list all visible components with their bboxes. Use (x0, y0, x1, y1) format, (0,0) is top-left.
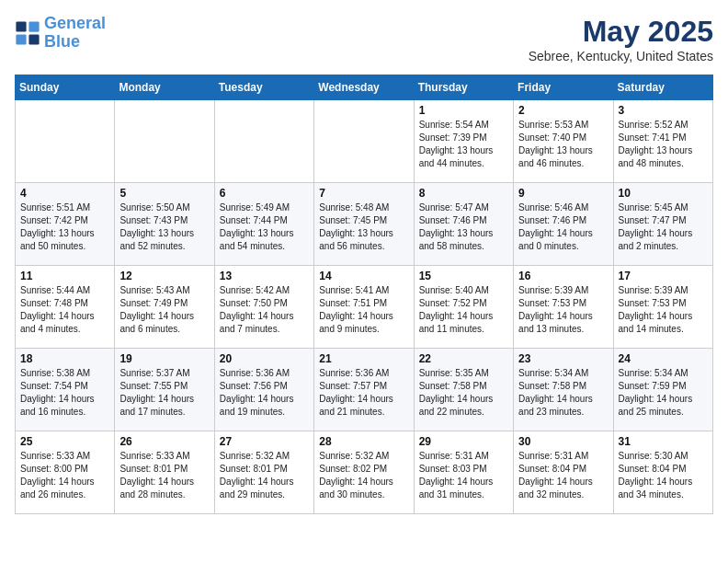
day-number: 26 (119, 435, 209, 448)
calendar-cell: 8Sunrise: 5:47 AM Sunset: 7:46 PM Daylig… (414, 183, 513, 266)
day-number: 19 (119, 352, 209, 365)
day-number: 25 (20, 435, 109, 448)
calendar-cell: 1Sunrise: 5:54 AM Sunset: 7:39 PM Daylig… (414, 100, 513, 183)
day-info: Sunrise: 5:34 AM Sunset: 7:58 PM Dayligh… (518, 367, 608, 419)
month-title: May 2025 (529, 15, 713, 49)
day-number: 18 (20, 352, 109, 365)
calendar-cell: 6Sunrise: 5:49 AM Sunset: 7:44 PM Daylig… (214, 183, 313, 266)
day-number: 20 (220, 352, 309, 365)
day-info: Sunrise: 5:45 AM Sunset: 7:47 PM Dayligh… (619, 201, 708, 253)
day-number: 15 (419, 270, 508, 282)
calendar-week-row: 1Sunrise: 5:54 AM Sunset: 7:39 PM Daylig… (16, 100, 713, 183)
calendar-cell: 12Sunrise: 5:43 AM Sunset: 7:49 PM Dayli… (115, 266, 214, 349)
day-info: Sunrise: 5:42 AM Sunset: 7:50 PM Dayligh… (220, 284, 309, 336)
day-number: 23 (518, 352, 608, 365)
day-info: Sunrise: 5:39 AM Sunset: 7:53 PM Dayligh… (619, 284, 708, 336)
calendar-header-row: SundayMondayTuesdayWednesdayThursdayFrid… (16, 75, 713, 100)
calendar-week-row: 11Sunrise: 5:44 AM Sunset: 7:48 PM Dayli… (16, 266, 713, 349)
day-info: Sunrise: 5:31 AM Sunset: 8:03 PM Dayligh… (419, 450, 508, 501)
day-number: 14 (319, 270, 408, 282)
calendar: SundayMondayTuesdayWednesdayThursdayFrid… (15, 75, 713, 514)
calendar-week-row: 18Sunrise: 5:38 AM Sunset: 7:54 PM Dayli… (16, 349, 713, 431)
day-info: Sunrise: 5:39 AM Sunset: 7:53 PM Dayligh… (518, 284, 608, 336)
day-number: 11 (20, 270, 109, 282)
day-info: Sunrise: 5:36 AM Sunset: 7:56 PM Dayligh… (220, 367, 309, 419)
day-info: Sunrise: 5:41 AM Sunset: 7:51 PM Dayligh… (319, 284, 408, 336)
calendar-cell: 30Sunrise: 5:31 AM Sunset: 8:04 PM Dayli… (514, 431, 613, 514)
day-number: 3 (619, 104, 708, 117)
calendar-cell: 16Sunrise: 5:39 AM Sunset: 7:53 PM Dayli… (514, 266, 613, 349)
calendar-cell (214, 100, 313, 183)
logo-icon (15, 20, 40, 46)
day-info: Sunrise: 5:33 AM Sunset: 8:01 PM Dayligh… (119, 450, 209, 501)
calendar-cell: 28Sunrise: 5:32 AM Sunset: 8:02 PM Dayli… (314, 431, 414, 514)
day-number: 2 (518, 104, 608, 117)
logo-text: General Blue (44, 15, 106, 52)
day-info: Sunrise: 5:37 AM Sunset: 7:55 PM Dayligh… (119, 367, 209, 419)
calendar-cell: 17Sunrise: 5:39 AM Sunset: 7:53 PM Dayli… (613, 266, 712, 349)
day-info: Sunrise: 5:35 AM Sunset: 7:58 PM Dayligh… (419, 367, 508, 419)
calendar-cell: 21Sunrise: 5:36 AM Sunset: 7:57 PM Dayli… (314, 349, 414, 431)
page-header: General Blue May 2025 Sebree, Kentucky, … (15, 15, 713, 63)
day-info: Sunrise: 5:40 AM Sunset: 7:52 PM Dayligh… (419, 284, 508, 336)
calendar-cell: 22Sunrise: 5:35 AM Sunset: 7:58 PM Dayli… (414, 349, 513, 431)
day-info: Sunrise: 5:30 AM Sunset: 8:04 PM Dayligh… (619, 450, 708, 501)
svg-rect-0 (16, 21, 26, 31)
calendar-cell (16, 100, 115, 183)
logo-line1: General (44, 14, 106, 32)
day-info: Sunrise: 5:51 AM Sunset: 7:42 PM Dayligh… (20, 201, 109, 253)
svg-rect-2 (16, 34, 26, 44)
day-number: 24 (619, 352, 708, 365)
day-info: Sunrise: 5:54 AM Sunset: 7:39 PM Dayligh… (419, 119, 508, 170)
weekday-header: Tuesday (214, 75, 313, 100)
day-number: 27 (220, 435, 309, 448)
calendar-cell: 23Sunrise: 5:34 AM Sunset: 7:58 PM Dayli… (514, 349, 613, 431)
weekday-header: Saturday (613, 75, 712, 100)
calendar-cell (314, 100, 414, 183)
calendar-cell: 10Sunrise: 5:45 AM Sunset: 7:47 PM Dayli… (613, 183, 712, 266)
day-number: 10 (619, 187, 708, 200)
logo-line2: Blue (44, 32, 80, 51)
svg-rect-3 (28, 34, 39, 44)
calendar-cell: 2Sunrise: 5:53 AM Sunset: 7:40 PM Daylig… (514, 100, 613, 183)
day-number: 31 (619, 435, 708, 448)
day-info: Sunrise: 5:31 AM Sunset: 8:04 PM Dayligh… (518, 450, 608, 501)
calendar-cell: 29Sunrise: 5:31 AM Sunset: 8:03 PM Dayli… (414, 431, 513, 514)
day-number: 6 (220, 187, 309, 200)
logo: General Blue (15, 15, 106, 52)
day-info: Sunrise: 5:48 AM Sunset: 7:45 PM Dayligh… (319, 201, 408, 253)
day-number: 5 (119, 187, 209, 200)
day-number: 4 (20, 187, 109, 200)
calendar-cell: 15Sunrise: 5:40 AM Sunset: 7:52 PM Dayli… (414, 266, 513, 349)
calendar-cell: 13Sunrise: 5:42 AM Sunset: 7:50 PM Dayli… (214, 266, 313, 349)
weekday-header: Monday (115, 75, 214, 100)
day-number: 9 (518, 187, 608, 200)
day-info: Sunrise: 5:36 AM Sunset: 7:57 PM Dayligh… (319, 367, 408, 419)
calendar-cell: 4Sunrise: 5:51 AM Sunset: 7:42 PM Daylig… (16, 183, 115, 266)
day-number: 29 (419, 435, 508, 448)
day-number: 30 (518, 435, 608, 448)
calendar-cell: 26Sunrise: 5:33 AM Sunset: 8:01 PM Dayli… (115, 431, 214, 514)
day-info: Sunrise: 5:32 AM Sunset: 8:02 PM Dayligh… (319, 450, 408, 501)
calendar-cell: 20Sunrise: 5:36 AM Sunset: 7:56 PM Dayli… (214, 349, 313, 431)
weekday-header: Friday (514, 75, 613, 100)
location: Sebree, Kentucky, United States (529, 49, 713, 63)
calendar-week-row: 4Sunrise: 5:51 AM Sunset: 7:42 PM Daylig… (16, 183, 713, 266)
calendar-cell: 19Sunrise: 5:37 AM Sunset: 7:55 PM Dayli… (115, 349, 214, 431)
day-number: 17 (619, 270, 708, 282)
calendar-cell: 9Sunrise: 5:46 AM Sunset: 7:46 PM Daylig… (514, 183, 613, 266)
calendar-cell: 31Sunrise: 5:30 AM Sunset: 8:04 PM Dayli… (613, 431, 712, 514)
day-info: Sunrise: 5:53 AM Sunset: 7:40 PM Dayligh… (518, 119, 608, 170)
day-number: 13 (220, 270, 309, 282)
calendar-cell: 27Sunrise: 5:32 AM Sunset: 8:01 PM Dayli… (214, 431, 313, 514)
day-info: Sunrise: 5:43 AM Sunset: 7:49 PM Dayligh… (119, 284, 209, 336)
calendar-cell: 25Sunrise: 5:33 AM Sunset: 8:00 PM Dayli… (16, 431, 115, 514)
day-info: Sunrise: 5:52 AM Sunset: 7:41 PM Dayligh… (619, 119, 708, 170)
day-number: 1 (419, 104, 508, 117)
calendar-cell: 3Sunrise: 5:52 AM Sunset: 7:41 PM Daylig… (613, 100, 712, 183)
day-info: Sunrise: 5:50 AM Sunset: 7:43 PM Dayligh… (119, 201, 209, 253)
weekday-header: Wednesday (314, 75, 414, 100)
title-block: May 2025 Sebree, Kentucky, United States (529, 15, 713, 63)
calendar-cell: 24Sunrise: 5:34 AM Sunset: 7:59 PM Dayli… (613, 349, 712, 431)
day-info: Sunrise: 5:34 AM Sunset: 7:59 PM Dayligh… (619, 367, 708, 419)
